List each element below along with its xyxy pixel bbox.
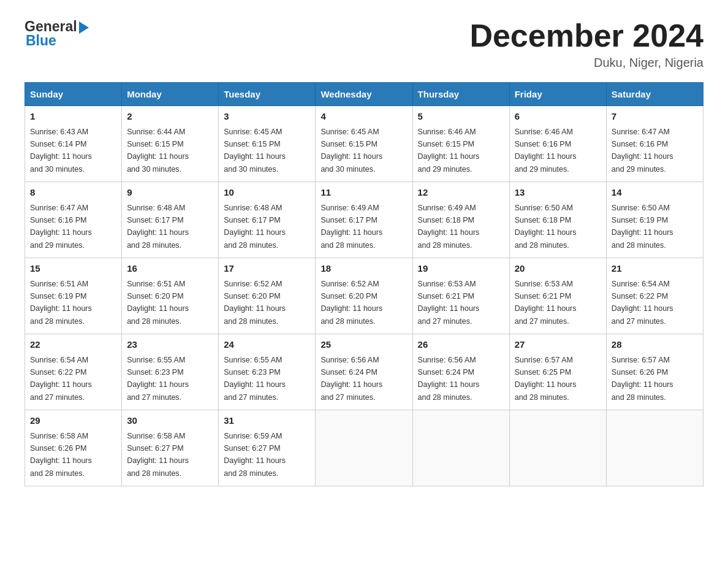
col-monday: Monday — [122, 83, 219, 106]
month-title: December 2024 — [469, 18, 703, 53]
col-tuesday: Tuesday — [219, 83, 316, 106]
day-info: Sunrise: 6:57 AMSunset: 6:26 PMDaylight:… — [612, 356, 673, 402]
day-info: Sunrise: 6:46 AMSunset: 6:16 PMDaylight:… — [515, 128, 577, 174]
calendar-day-cell: 1Sunrise: 6:43 AMSunset: 6:14 PMDaylight… — [25, 106, 122, 182]
day-info: Sunrise: 6:53 AMSunset: 6:21 PMDaylight:… — [418, 280, 480, 326]
day-info: Sunrise: 6:45 AMSunset: 6:15 PMDaylight:… — [224, 128, 286, 174]
day-number: 30 — [127, 414, 213, 428]
day-number: 3 — [224, 110, 310, 124]
logo-triangle-icon — [79, 21, 89, 34]
day-number: 11 — [320, 186, 407, 200]
day-number: 8 — [30, 186, 116, 200]
calendar-day-cell — [606, 410, 703, 486]
calendar-day-cell: 13Sunrise: 6:50 AMSunset: 6:18 PMDayligh… — [509, 182, 606, 258]
day-info: Sunrise: 6:55 AMSunset: 6:23 PMDaylight:… — [127, 356, 189, 402]
day-info: Sunrise: 6:56 AMSunset: 6:24 PMDaylight:… — [418, 356, 480, 402]
day-number: 16 — [127, 262, 213, 276]
calendar-day-cell: 8Sunrise: 6:47 AMSunset: 6:16 PMDaylight… — [25, 182, 122, 258]
col-thursday: Thursday — [412, 83, 509, 106]
calendar-day-cell: 28Sunrise: 6:57 AMSunset: 6:26 PMDayligh… — [606, 334, 703, 410]
day-number: 19 — [418, 262, 504, 276]
day-info: Sunrise: 6:44 AMSunset: 6:15 PMDaylight:… — [127, 128, 189, 174]
calendar-week-row: 8Sunrise: 6:47 AMSunset: 6:16 PMDaylight… — [25, 182, 703, 258]
day-info: Sunrise: 6:43 AMSunset: 6:14 PMDaylight:… — [30, 128, 92, 174]
col-wednesday: Wednesday — [316, 83, 412, 106]
day-info: Sunrise: 6:53 AMSunset: 6:21 PMDaylight:… — [515, 280, 577, 326]
day-info: Sunrise: 6:52 AMSunset: 6:20 PMDaylight:… — [320, 280, 382, 326]
day-number: 22 — [30, 338, 116, 352]
day-info: Sunrise: 6:56 AMSunset: 6:24 PMDaylight:… — [320, 356, 382, 402]
day-number: 26 — [418, 338, 504, 352]
day-number: 31 — [224, 414, 310, 428]
day-number: 18 — [320, 262, 407, 276]
calendar-header-row: Sunday Monday Tuesday Wednesday Thursday… — [25, 83, 703, 106]
day-number: 6 — [515, 110, 601, 124]
day-number: 7 — [612, 110, 698, 124]
calendar-day-cell — [316, 410, 412, 486]
calendar-day-cell: 24Sunrise: 6:55 AMSunset: 6:23 PMDayligh… — [219, 334, 316, 410]
calendar-day-cell: 27Sunrise: 6:57 AMSunset: 6:25 PMDayligh… — [509, 334, 606, 410]
calendar-day-cell — [509, 410, 606, 486]
day-info: Sunrise: 6:51 AMSunset: 6:20 PMDaylight:… — [127, 280, 189, 326]
calendar-week-row: 1Sunrise: 6:43 AMSunset: 6:14 PMDaylight… — [25, 106, 703, 182]
day-info: Sunrise: 6:50 AMSunset: 6:18 PMDaylight:… — [515, 204, 577, 250]
day-number: 9 — [127, 186, 213, 200]
day-number: 27 — [515, 338, 601, 352]
day-number: 14 — [612, 186, 698, 200]
calendar-day-cell: 14Sunrise: 6:50 AMSunset: 6:19 PMDayligh… — [606, 182, 703, 258]
calendar-day-cell: 25Sunrise: 6:56 AMSunset: 6:24 PMDayligh… — [316, 334, 412, 410]
calendar-week-row: 29Sunrise: 6:58 AMSunset: 6:26 PMDayligh… — [25, 410, 703, 486]
day-number: 17 — [224, 262, 310, 276]
location: Duku, Niger, Nigeria — [469, 56, 703, 70]
calendar-day-cell: 15Sunrise: 6:51 AMSunset: 6:19 PMDayligh… — [25, 258, 122, 334]
day-info: Sunrise: 6:54 AMSunset: 6:22 PMDaylight:… — [30, 356, 92, 402]
calendar-day-cell: 6Sunrise: 6:46 AMSunset: 6:16 PMDaylight… — [509, 106, 606, 182]
day-info: Sunrise: 6:47 AMSunset: 6:16 PMDaylight:… — [612, 128, 673, 174]
day-number: 15 — [30, 262, 116, 276]
day-number: 5 — [418, 110, 504, 124]
day-number: 10 — [224, 186, 310, 200]
day-number: 23 — [127, 338, 213, 352]
calendar-day-cell: 30Sunrise: 6:58 AMSunset: 6:27 PMDayligh… — [122, 410, 219, 486]
calendar-day-cell: 7Sunrise: 6:47 AMSunset: 6:16 PMDaylight… — [606, 106, 703, 182]
day-number: 29 — [30, 414, 116, 428]
day-info: Sunrise: 6:59 AMSunset: 6:27 PMDaylight:… — [224, 432, 286, 478]
day-info: Sunrise: 6:48 AMSunset: 6:17 PMDaylight:… — [224, 204, 286, 250]
calendar-day-cell: 23Sunrise: 6:55 AMSunset: 6:23 PMDayligh… — [122, 334, 219, 410]
calendar-day-cell: 31Sunrise: 6:59 AMSunset: 6:27 PMDayligh… — [219, 410, 316, 486]
calendar-day-cell: 26Sunrise: 6:56 AMSunset: 6:24 PMDayligh… — [412, 334, 509, 410]
calendar-table: Sunday Monday Tuesday Wednesday Thursday… — [25, 82, 703, 486]
day-number: 25 — [320, 338, 407, 352]
day-number: 12 — [418, 186, 504, 200]
calendar-week-row: 15Sunrise: 6:51 AMSunset: 6:19 PMDayligh… — [25, 258, 703, 334]
calendar-day-cell: 22Sunrise: 6:54 AMSunset: 6:22 PMDayligh… — [25, 334, 122, 410]
day-number: 13 — [515, 186, 601, 200]
calendar-day-cell: 20Sunrise: 6:53 AMSunset: 6:21 PMDayligh… — [509, 258, 606, 334]
day-number: 24 — [224, 338, 310, 352]
calendar-day-cell: 16Sunrise: 6:51 AMSunset: 6:20 PMDayligh… — [122, 258, 219, 334]
calendar-day-cell: 18Sunrise: 6:52 AMSunset: 6:20 PMDayligh… — [316, 258, 412, 334]
calendar-day-cell: 3Sunrise: 6:45 AMSunset: 6:15 PMDaylight… — [219, 106, 316, 182]
day-info: Sunrise: 6:54 AMSunset: 6:22 PMDaylight:… — [612, 280, 673, 326]
day-info: Sunrise: 6:51 AMSunset: 6:19 PMDaylight:… — [30, 280, 92, 326]
day-info: Sunrise: 6:45 AMSunset: 6:15 PMDaylight:… — [320, 128, 382, 174]
day-info: Sunrise: 6:52 AMSunset: 6:20 PMDaylight:… — [224, 280, 286, 326]
day-info: Sunrise: 6:58 AMSunset: 6:27 PMDaylight:… — [127, 432, 189, 478]
day-number: 21 — [612, 262, 698, 276]
day-info: Sunrise: 6:46 AMSunset: 6:15 PMDaylight:… — [418, 128, 480, 174]
day-info: Sunrise: 6:47 AMSunset: 6:16 PMDaylight:… — [30, 204, 92, 250]
day-number: 2 — [127, 110, 213, 124]
calendar-day-cell: 12Sunrise: 6:49 AMSunset: 6:18 PMDayligh… — [412, 182, 509, 258]
day-info: Sunrise: 6:50 AMSunset: 6:19 PMDaylight:… — [612, 204, 673, 250]
day-info: Sunrise: 6:57 AMSunset: 6:25 PMDaylight:… — [515, 356, 577, 402]
calendar-day-cell — [412, 410, 509, 486]
calendar-day-cell: 29Sunrise: 6:58 AMSunset: 6:26 PMDayligh… — [25, 410, 122, 486]
calendar-day-cell: 5Sunrise: 6:46 AMSunset: 6:15 PMDaylight… — [412, 106, 509, 182]
calendar-day-cell: 10Sunrise: 6:48 AMSunset: 6:17 PMDayligh… — [219, 182, 316, 258]
day-info: Sunrise: 6:48 AMSunset: 6:17 PMDaylight:… — [127, 204, 189, 250]
col-saturday: Saturday — [606, 83, 703, 106]
calendar-day-cell: 4Sunrise: 6:45 AMSunset: 6:15 PMDaylight… — [316, 106, 412, 182]
logo-blue-text: Blue — [26, 33, 56, 49]
calendar-day-cell: 11Sunrise: 6:49 AMSunset: 6:17 PMDayligh… — [316, 182, 412, 258]
calendar-day-cell: 2Sunrise: 6:44 AMSunset: 6:15 PMDaylight… — [122, 106, 219, 182]
